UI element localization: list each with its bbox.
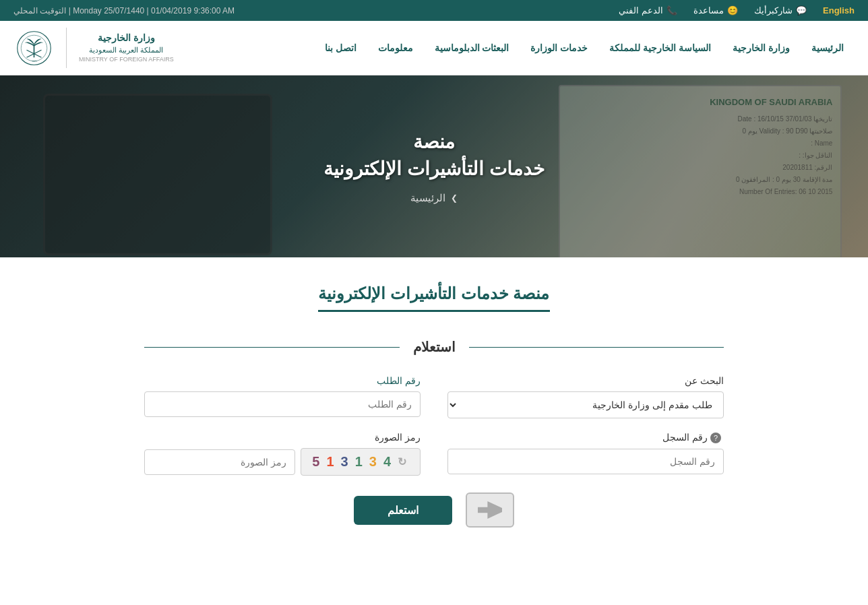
nav-foreign-policy[interactable]: السياسة الخارجية للمملكة bbox=[598, 29, 722, 67]
request-number-group: رقم الطلب bbox=[144, 375, 421, 418]
captcha-digit-6: 5 bbox=[312, 454, 322, 470]
datetime-label: | bbox=[66, 6, 70, 15]
divider-line-left bbox=[469, 347, 724, 348]
back-button[interactable] bbox=[466, 492, 514, 528]
chat-icon: 💬 bbox=[796, 5, 807, 15]
request-number-link[interactable]: رقم الطلب bbox=[377, 375, 421, 386]
inquiry-label: استعلام bbox=[413, 339, 456, 355]
nav-diplomatic[interactable]: البعثات الدبلوماسية bbox=[424, 29, 520, 67]
captcha-digit-5: 1 bbox=[326, 454, 336, 470]
request-number-label: رقم الطلب bbox=[144, 375, 421, 386]
search-about-label: البحث عن bbox=[447, 375, 724, 386]
top-bar-links: English 💬 شاركبرأيك 😊 مساعدة 📞 الدعم الف… bbox=[619, 5, 855, 15]
back-arrow-icon bbox=[478, 501, 502, 519]
inquiry-button[interactable]: استعلم bbox=[354, 496, 452, 525]
inquiry-divider: استعلام bbox=[144, 339, 724, 355]
captcha-group: رمز الصورة ↻ 4 3 1 3 1 5 bbox=[144, 432, 421, 476]
datetime-area: Monday 25/07/1440 | 01/04/2019 9:36:00 A… bbox=[13, 6, 235, 15]
search-about-group: البحث عن طلب مقدم إلى وزارة الخارجية bbox=[447, 375, 724, 418]
logo-area: وزارة الخارجية المملكة العربية السعودية … bbox=[13, 21, 174, 75]
captcha-digit-3: 1 bbox=[355, 454, 365, 470]
main-content: منصة خدمات التأشيرات الإلكترونية استعلام… bbox=[131, 257, 737, 581]
nav-ministry-services[interactable]: خدمات الوزارة bbox=[520, 29, 598, 67]
search-about-select[interactable]: طلب مقدم إلى وزارة الخارجية bbox=[447, 391, 724, 418]
hero-title: منصة خدمات التأشيرات الإلكترونية bbox=[323, 129, 545, 181]
local-time-label: التوقيت المحلي bbox=[13, 6, 66, 15]
ministry-emblem: ١٤٤١ bbox=[13, 28, 54, 68]
record-number-group: ? رقم السجل bbox=[447, 432, 724, 476]
breadcrumb-home[interactable]: الرئيسية bbox=[410, 192, 445, 204]
logo-subtitle: المملكة العربية السعودية bbox=[79, 45, 174, 55]
top-bar: English 💬 شاركبرأيك 😊 مساعدة 📞 الدعم الف… bbox=[0, 0, 868, 21]
captcha-label: رمز الصورة bbox=[144, 432, 421, 443]
logo-divider bbox=[66, 28, 67, 68]
buttons-row: استعلم bbox=[144, 492, 724, 528]
english-link[interactable]: English bbox=[823, 5, 855, 15]
nav-home[interactable]: الرئيسية bbox=[801, 29, 855, 67]
help-link[interactable]: 😊 مساعدة bbox=[693, 5, 738, 15]
hero-section: KINGDOM OF SAUDI ARABIA تاريخها 37/01/03… bbox=[0, 75, 868, 257]
phone-icon: 📞 bbox=[666, 5, 677, 15]
logo-title: وزارة الخارجية bbox=[79, 32, 174, 45]
hero-breadcrumb: ❯ الرئيسية bbox=[323, 192, 545, 204]
section-heading: منصة خدمات التأشيرات الإلكترونية bbox=[144, 284, 724, 312]
divider-line-right bbox=[144, 347, 400, 348]
svg-text:١٤٤١: ١٤٤١ bbox=[31, 60, 36, 63]
record-number-input[interactable] bbox=[447, 449, 724, 474]
captcha-image: ↻ 4 3 1 3 1 5 bbox=[301, 448, 421, 476]
section-title: منصة خدمات التأشيرات الإلكترونية bbox=[318, 284, 549, 312]
help-icon[interactable]: ? bbox=[710, 433, 721, 443]
captcha-row: ↻ 4 3 1 3 1 5 bbox=[144, 448, 421, 476]
logo-text: وزارة الخارجية المملكة العربية السعودية … bbox=[79, 32, 174, 64]
datetime-value: Monday 25/07/1440 | 01/04/2019 9:36:00 A… bbox=[73, 6, 235, 15]
nav-foreign[interactable]: وزارة الخارجية bbox=[722, 29, 801, 67]
record-number-label: ? رقم السجل bbox=[447, 432, 724, 443]
hero-content: منصة خدمات التأشيرات الإلكترونية ❯ الرئي… bbox=[323, 129, 545, 203]
nav-links: الرئيسية وزارة الخارجية السياسة الخارجية… bbox=[314, 29, 855, 67]
support-link[interactable]: 📞 الدعم الفني bbox=[619, 5, 677, 15]
inquiry-section: استعلام البحث عن طلب مقدم إلى وزارة الخا… bbox=[144, 339, 724, 528]
share-link[interactable]: 💬 شاركبرأيك bbox=[754, 5, 807, 15]
main-nav: الرئيسية وزارة الخارجية السياسة الخارجية… bbox=[0, 21, 868, 75]
request-number-input[interactable] bbox=[144, 391, 421, 417]
refresh-captcha-icon[interactable]: ↻ bbox=[398, 455, 409, 468]
help-circle-icon: 😊 bbox=[727, 5, 738, 15]
captcha-digit-2: 3 bbox=[369, 454, 379, 470]
captcha-digit-1: 4 bbox=[383, 454, 394, 470]
form-grid: البحث عن طلب مقدم إلى وزارة الخارجية رقم… bbox=[144, 375, 724, 476]
svg-marker-6 bbox=[478, 501, 502, 519]
nav-info[interactable]: معلومات bbox=[367, 29, 424, 67]
chevron-icon: ❯ bbox=[451, 193, 458, 203]
captcha-input[interactable] bbox=[144, 449, 295, 475]
logo-en: MINISTRY OF FOREIGN AFFAIRS bbox=[79, 55, 174, 64]
captcha-digit-4: 3 bbox=[341, 454, 351, 470]
nav-contact[interactable]: اتصل بنا bbox=[314, 29, 367, 67]
